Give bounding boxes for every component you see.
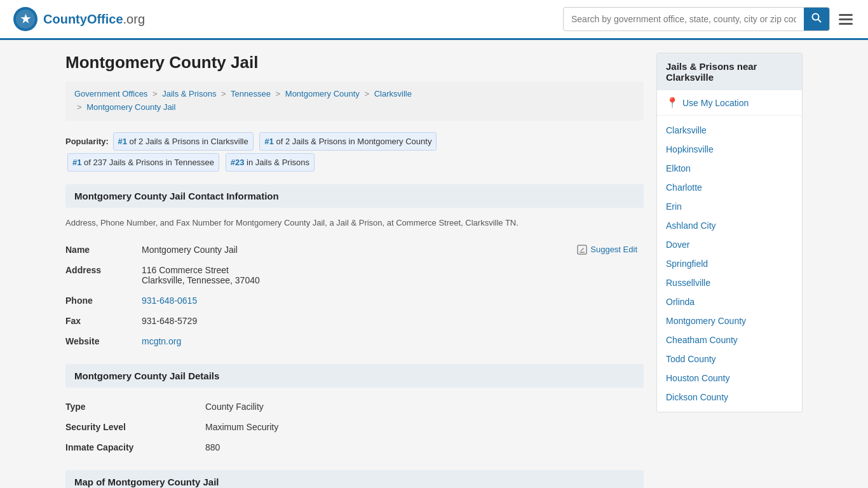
breadcrumb: Government Offices > Jails & Prisons > T… xyxy=(65,81,644,121)
name-label: Name xyxy=(65,240,142,260)
svg-point-3 xyxy=(813,14,819,20)
table-row: Name Montgomery County Jail Suggest Edit xyxy=(65,240,644,260)
list-item: Houston County xyxy=(657,369,802,388)
breadcrumb-link-facility[interactable]: Montgomery County Jail xyxy=(86,102,175,112)
website-link[interactable]: mcgtn.org xyxy=(142,336,181,346)
search-button[interactable] xyxy=(804,8,829,30)
table-row: Inmate Capacity 880 xyxy=(65,437,644,458)
security-label: Security Level xyxy=(65,417,205,437)
sidebar-link-elkton[interactable]: Elkton xyxy=(657,159,802,178)
table-row: Website mcgtn.org xyxy=(65,331,644,351)
logo-area: ★ CountyOffice.org xyxy=(13,6,145,32)
logo-text: CountyOffice.org xyxy=(43,12,145,27)
name-value: Montgomery County Jail Suggest Edit xyxy=(142,240,644,260)
sidebar-link-clarksville[interactable]: Clarksville xyxy=(657,121,802,140)
pop-num-2: #1 xyxy=(264,137,273,146)
list-item: Springfield xyxy=(657,254,802,273)
sidebar-link-ashland-city[interactable]: Ashland City xyxy=(657,216,802,235)
list-item: Hopkinsville xyxy=(657,140,802,159)
details-table: Type County Facility Security Level Maxi… xyxy=(65,396,644,458)
breadcrumb-link-county[interactable]: Montgomery County xyxy=(285,89,360,98)
content-area: Montgomery County Jail Government Office… xyxy=(65,53,644,488)
header-right xyxy=(563,7,855,31)
phone-value: 931-648-0615 xyxy=(142,290,644,311)
breadcrumb-link-gov[interactable]: Government Offices xyxy=(74,89,147,98)
page-header: ★ CountyOffice.org xyxy=(0,0,868,40)
details-section-header: Montgomery County Jail Details xyxy=(65,364,644,388)
table-row: Phone 931-648-0615 xyxy=(65,290,644,311)
use-my-location-link[interactable]: 📍 Use My Location xyxy=(657,90,802,116)
suggest-edit-link[interactable]: Suggest Edit xyxy=(590,245,637,254)
sidebar: Jails & Prisons near Clarksville 📍 Use M… xyxy=(656,53,803,488)
list-item: Dickson County xyxy=(657,388,802,407)
list-item: Clarksville xyxy=(657,121,802,140)
search-bar xyxy=(563,7,830,31)
sidebar-link-erin[interactable]: Erin xyxy=(657,197,802,216)
menu-line xyxy=(839,23,853,25)
logo-name: CountyOffice xyxy=(43,12,123,26)
breadcrumb-link-jails[interactable]: Jails & Prisons xyxy=(162,89,216,98)
popularity-badge-4: #23 in Jails & Prisons xyxy=(226,153,315,172)
phone-label: Phone xyxy=(65,290,142,311)
search-icon xyxy=(811,13,822,23)
sidebar-link-todd-county[interactable]: Todd County xyxy=(657,349,802,369)
breadcrumb-link-city[interactable]: Clarksville xyxy=(374,89,412,98)
sidebar-link-charlotte[interactable]: Charlotte xyxy=(657,178,802,197)
type-label: Type xyxy=(65,396,205,417)
fax-label: Fax xyxy=(65,311,142,331)
breadcrumb-sep: > xyxy=(77,102,82,112)
menu-line xyxy=(839,18,853,20)
suggest-edit-area: Suggest Edit xyxy=(577,245,637,255)
sidebar-title: Jails & Prisons near Clarksville xyxy=(657,53,802,90)
sidebar-link-hopkinsville[interactable]: Hopkinsville xyxy=(657,140,802,159)
breadcrumb-sep: > xyxy=(221,89,226,98)
pop-num-1: #1 xyxy=(118,137,127,146)
sidebar-link-cheatham-county[interactable]: Cheatham County xyxy=(657,330,802,349)
address-value: 116 Commerce Street Clarksville, Tenness… xyxy=(142,260,644,290)
facility-name: Montgomery County Jail xyxy=(142,245,238,255)
type-value: County Facility xyxy=(205,396,644,417)
website-label: Website xyxy=(65,331,142,351)
security-value: Maximum Security xyxy=(205,417,644,437)
logo-icon: ★ xyxy=(13,6,38,32)
list-item: Ashland City xyxy=(657,216,802,235)
sidebar-link-houston-county[interactable]: Houston County xyxy=(657,369,802,388)
breadcrumb-link-state[interactable]: Tennessee xyxy=(231,89,271,98)
sidebar-link-dickson-county[interactable]: Dickson County xyxy=(657,388,802,407)
map-section-header: Map of Montgomery County Jail xyxy=(65,470,644,488)
svg-line-4 xyxy=(818,20,822,23)
sidebar-link-russellville[interactable]: Russellville xyxy=(657,273,802,292)
list-item: Dover xyxy=(657,235,802,254)
nearby-locations-list: Clarksville Hopkinsville Elkton Charlott… xyxy=(657,116,802,412)
sidebar-title-line2: Clarksville xyxy=(666,72,714,83)
breadcrumb-sep: > xyxy=(153,89,158,98)
phone-link[interactable]: 931-648-0615 xyxy=(142,295,197,306)
hamburger-menu-button[interactable] xyxy=(836,11,855,27)
popularity-badge-1: #1 of 2 Jails & Prisons in Clarksville xyxy=(113,132,254,151)
popularity-section: Popularity: #1 of 2 Jails & Prisons in C… xyxy=(65,131,644,173)
list-item: Erin xyxy=(657,197,802,216)
popularity-badge-2: #1 of 2 Jails & Prisons in Montgomery Co… xyxy=(259,132,437,151)
pop-num-4: #23 xyxy=(231,158,245,167)
table-row: Security Level Maximum Security xyxy=(65,417,644,437)
table-row: Fax 931-648-5729 xyxy=(65,311,644,331)
sidebar-link-orlinda[interactable]: Orlinda xyxy=(657,292,802,311)
list-item: Russellville xyxy=(657,273,802,292)
sidebar-link-montgomery-county[interactable]: Montgomery County xyxy=(657,311,802,330)
sidebar-title-line1: Jails & Prisons near xyxy=(666,61,757,72)
search-input[interactable] xyxy=(564,9,804,29)
list-item: Cheatham County xyxy=(657,330,802,349)
capacity-value: 880 xyxy=(205,437,644,458)
page-title: Montgomery County Jail xyxy=(65,53,644,72)
capacity-label: Inmate Capacity xyxy=(65,437,205,458)
svg-text:★: ★ xyxy=(20,13,31,25)
sidebar-link-dover[interactable]: Dover xyxy=(657,235,802,254)
main-container: Montgomery County Jail Government Office… xyxy=(53,40,815,488)
popularity-label: Popularity: xyxy=(65,137,109,146)
table-row: Type County Facility xyxy=(65,396,644,417)
use-my-location-label: Use My Location xyxy=(682,98,749,108)
contact-section-header: Montgomery County Jail Contact Informati… xyxy=(65,184,644,208)
fax-value: 931-648-5729 xyxy=(142,311,644,331)
sidebar-link-springfield[interactable]: Springfield xyxy=(657,254,802,273)
sidebar-box: Jails & Prisons near Clarksville 📍 Use M… xyxy=(656,53,803,412)
